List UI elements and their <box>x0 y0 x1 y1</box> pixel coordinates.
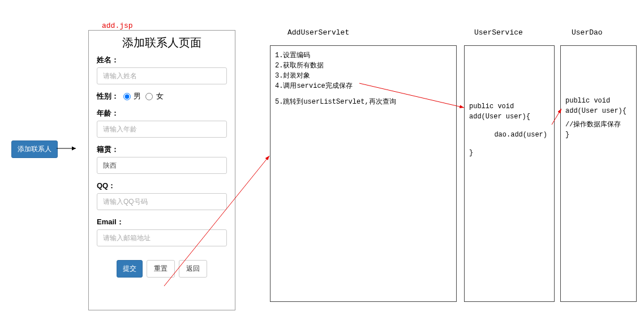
service-line1: public void add(User user){ <box>469 101 549 122</box>
servlet-line2: 2.获取所有数据 <box>275 61 452 71</box>
dao-box: public void add(User user){ //操作数据库保存 } <box>560 45 637 302</box>
servlet-header: AddUserServlet <box>287 28 349 37</box>
gender-label: 性别： <box>97 92 119 100</box>
hometown-label: 籍贯： <box>97 144 227 155</box>
back-button[interactable]: 返回 <box>179 260 207 278</box>
dao-line3: } <box>565 130 632 140</box>
arrow-entry-to-form <box>57 144 79 152</box>
gender-female-radio[interactable] <box>145 93 153 100</box>
servlet-line5: 5.跳转到userListServlet,再次查询 <box>275 97 452 107</box>
qq-label: QQ： <box>97 181 227 191</box>
qq-input[interactable] <box>97 193 227 210</box>
add-contact-button[interactable]: 添加联系人 <box>11 140 58 158</box>
add-contact-form-panel: 添加联系人页面 姓名： 性别： 男 女 年龄： 籍贯： QQ： Email： 提… <box>88 30 235 310</box>
reset-button[interactable]: 重置 <box>147 260 175 278</box>
name-input[interactable] <box>97 67 227 84</box>
name-label: 姓名： <box>97 55 227 65</box>
submit-button[interactable]: 提交 <box>117 260 143 278</box>
email-label: Email： <box>97 217 227 227</box>
service-box: public void add(User user){ dao.add(user… <box>464 45 555 302</box>
servlet-line1: 1.设置编码 <box>275 50 452 61</box>
age-input[interactable] <box>97 121 227 138</box>
servlet-line3: 3.封装对象 <box>275 71 452 81</box>
gender-male-radio[interactable] <box>123 93 131 100</box>
dao-line1: public void add(User user){ <box>565 96 632 116</box>
service-line2: dao.add(user) <box>469 130 549 140</box>
servlet-box: 1.设置编码 2.获取所有数据 3.封装对象 4.调用service完成保存 5… <box>270 45 457 302</box>
dao-line2: //操作数据库保存 <box>565 120 632 130</box>
form-title: 添加联系人页面 <box>97 35 227 50</box>
servlet-line4: 4.调用service完成保存 <box>275 81 452 91</box>
jsp-filename-label: add.jsp <box>102 22 133 30</box>
age-label: 年龄： <box>97 108 227 118</box>
service-line3: } <box>469 148 549 158</box>
dao-header: UserDao <box>572 28 603 37</box>
service-header: UserService <box>474 28 523 37</box>
gender-female-text: 女 <box>156 92 164 100</box>
email-input[interactable] <box>97 229 227 246</box>
gender-row: 性别： 男 女 <box>97 91 227 101</box>
gender-male-text: 男 <box>134 92 141 100</box>
hometown-input[interactable] <box>97 157 227 174</box>
